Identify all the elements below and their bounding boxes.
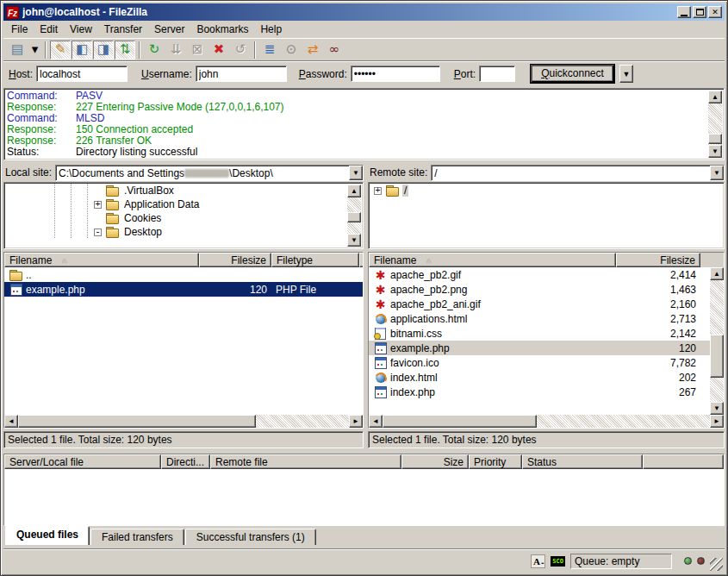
queue-column-header[interactable] [643,454,724,469]
site-manager-dropdown-button[interactable]: ▾ [28,41,41,59]
file-row[interactable]: applications.html 2,713 [369,311,710,326]
scrollbar-thumb[interactable] [383,415,537,428]
queue-tab[interactable]: Queued files [5,526,90,545]
menu-item[interactable]: Bookmarks [190,22,254,37]
remote-site-label: Remote site: [368,166,427,178]
php-file-icon [373,342,388,354]
password-label: Password: [299,68,347,80]
queue-column-header[interactable]: Size [401,454,469,469]
maximize-button[interactable] [693,6,706,18]
toolbar-separator[interactable] [45,41,47,59]
scrollbar-thumb[interactable] [347,212,361,222]
tree-item[interactable]: .VirtualBox [4,184,363,197]
column-header[interactable]: Filetype ▲ [271,253,359,267]
file-row[interactable]: .. [4,267,363,282]
password-input[interactable] [351,66,440,82]
queue-column-header[interactable]: Server/Local file [4,454,161,469]
host-input[interactable] [36,66,128,82]
toolbar-separator[interactable] [139,41,140,59]
menu-item[interactable]: Help [254,22,288,37]
log-scrollbar[interactable]: ▲ ▼ [708,91,722,158]
quickconnect-dropdown-button[interactable]: ▼ [619,65,633,83]
disconnect-icon: ✖ [214,43,225,56]
column-header[interactable]: Filesize ▲ [199,253,271,267]
tree-item[interactable]: / [369,184,724,197]
column-header[interactable]: Filename ▲ [369,253,616,267]
status-bar: A SCO Queue: empty [3,548,725,573]
directory-filters-button[interactable]: ≣ [259,41,280,59]
file-row[interactable]: apache_pb2.gif 2,414 [369,267,710,282]
scroll-up-icon[interactable]: ▲ [347,185,361,197]
menu-item[interactable]: Edit [34,22,64,37]
local-horizontal-scrollbar[interactable]: ◄ ► [4,415,363,428]
queue-column-header[interactable]: Priority [469,454,522,469]
tree-expander-icon[interactable] [94,201,102,209]
remote-horizontal-scrollbar[interactable]: ◄ ► [369,415,724,428]
close-button[interactable]: ✕ [708,6,722,18]
queue-column-header[interactable]: Directi... [161,454,210,469]
reconnect-button[interactable]: ↺ [230,41,251,59]
find-files-button[interactable]: ∞ [324,41,345,59]
process-queue-button[interactable]: ⇊ [165,41,186,59]
toggle-remote-treeview-button[interactable]: ◨ [93,41,114,59]
tree-item[interactable]: Cookies [4,211,363,225]
file-row[interactable]: index.php 267 [369,385,710,399]
refresh-button[interactable]: ↻ [144,41,165,59]
column-header[interactable]: Filename ▲ [4,253,199,267]
disconnect-button[interactable]: ✖ [208,41,229,59]
scrollbar-thumb[interactable] [708,134,722,144]
scroll-up-icon[interactable]: ▲ [710,267,724,280]
menu-item[interactable]: Transfer [98,22,148,37]
menu-item[interactable]: File [5,22,34,37]
remote-panel: Remote site: / ▼ / [368,164,725,448]
remote-site-dropdown-button[interactable]: ▼ [710,166,724,180]
tree-expander-icon[interactable] [94,229,102,236]
scroll-left-icon[interactable]: ◄ [4,415,18,428]
toggle-local-treeview-button[interactable]: ◧ [72,41,92,59]
synchronized-browsing-button[interactable]: ⇄ [302,41,323,59]
tree-expander-icon[interactable] [374,187,382,195]
local-tree-scrollbar[interactable]: ▲ ▼ [347,185,361,247]
local-site-combobox[interactable]: C:\Documents and Settings\Desktop\ ▼ [55,165,364,181]
port-input[interactable] [479,66,515,82]
tree-item[interactable]: Application Data [4,197,363,211]
scroll-right-icon[interactable]: ► [710,415,724,428]
column-header[interactable]: Filesize ▲ [616,253,700,267]
scroll-down-icon[interactable]: ▼ [347,234,361,247]
scrollbar-thumb[interactable] [710,335,724,377]
minimize-button[interactable] [677,6,691,18]
scroll-up-icon[interactable]: ▲ [708,91,722,103]
remote-site-combobox[interactable]: / ▼ [431,165,725,181]
file-row[interactable]: apache_pb2.png 1,463 [369,282,710,297]
file-row[interactable]: index.html 202 [369,370,710,385]
tree-item[interactable]: Desktop [4,225,363,239]
remote-vertical-scrollbar[interactable]: ▲ ▼ [710,267,724,415]
file-row[interactable]: example.php 120 [369,341,710,355]
local-directory-tree: .VirtualBox Application Data Cookies [3,182,364,249]
scroll-left-icon[interactable]: ◄ [369,415,383,428]
menu-item[interactable]: Server [148,22,190,37]
username-input[interactable] [196,66,287,82]
queue-column-header[interactable]: Remote file [210,454,401,469]
toggle-message-log-button[interactable]: ✎ [50,41,71,59]
scrollbar-thumb[interactable] [18,415,256,428]
scroll-down-icon[interactable]: ▼ [710,402,724,415]
queue-column-header[interactable]: Status [522,454,643,469]
cancel-operation-button[interactable]: ⊠ [187,41,208,59]
compare-directories-button[interactable]: ⊙ [281,41,302,59]
file-row[interactable]: example.php 120 PHP File 1 [4,282,363,297]
file-row[interactable]: bitnami.css 2,142 [369,326,710,341]
queue-tab[interactable]: Successful transfers (1) [185,529,316,545]
scroll-right-icon[interactable]: ► [349,415,363,428]
menu-item[interactable]: View [64,22,98,37]
local-site-dropdown-button[interactable]: ▼ [349,166,363,180]
resize-grip[interactable] [710,558,723,571]
toolbar-separator[interactable] [254,41,256,59]
scroll-down-icon[interactable]: ▼ [708,145,722,158]
file-row[interactable]: apache_pb2_ani.gif 2,160 [369,297,710,311]
file-row[interactable]: favicon.ico 7,782 [369,355,710,370]
site-manager-button[interactable]: ▤ [7,41,28,59]
toggle-transfer-queue-button[interactable]: ⇅ [115,41,135,59]
queue-tab[interactable]: Failed transfers [90,529,184,545]
quickconnect-button[interactable]: Quickconnect [531,65,614,83]
